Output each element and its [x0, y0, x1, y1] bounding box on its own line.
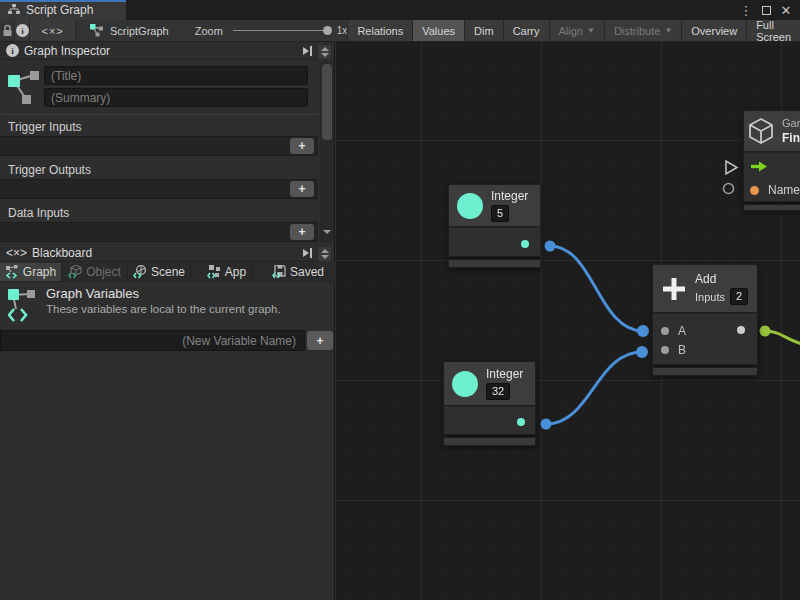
tab-app[interactable]: App	[201, 263, 253, 281]
window-tab-bar: Script Graph ⋮ ✕	[0, 0, 800, 20]
wire-knob[interactable]	[545, 241, 556, 252]
values-button[interactable]: Values	[412, 20, 464, 41]
wire-knob[interactable]	[636, 346, 648, 358]
input-port-name[interactable]	[750, 186, 759, 195]
script-graph-tab-icon	[8, 4, 20, 16]
wire-knob[interactable]	[637, 325, 649, 337]
add-data-input-button[interactable]: +	[290, 224, 314, 240]
graph-breadcrumb[interactable]: ScriptGraph	[90, 20, 169, 41]
tab-object[interactable]: Object	[62, 263, 128, 281]
inspector-scroll-buttons[interactable]	[317, 44, 332, 60]
tab-graph[interactable]: Graph	[0, 263, 62, 281]
graph-title-input[interactable]: (Title)	[44, 66, 308, 85]
graph-inspector-header: i Graph Inspector	[0, 42, 318, 60]
scroll-down-icon[interactable]	[321, 53, 329, 57]
graph-canvas[interactable]: Integer 5 Integer 32	[336, 42, 800, 600]
lock-button[interactable]	[0, 20, 15, 41]
output-port[interactable]	[517, 418, 525, 426]
inputs-count-field[interactable]: 2	[730, 288, 748, 305]
tab-script-graph[interactable]: Script Graph	[0, 0, 126, 20]
fullscreen-button[interactable]: Full Screen	[746, 20, 800, 41]
chevron-down-icon: ▼	[587, 27, 595, 35]
input-port-a[interactable]	[661, 327, 669, 335]
node-body[interactable]: Name	[743, 152, 800, 202]
node-header[interactable]: GameObject Find	[743, 110, 800, 152]
zoom-slider-handle[interactable]	[323, 26, 332, 35]
carry-button[interactable]: Carry	[503, 20, 549, 41]
scroll-down-icon[interactable]	[321, 255, 329, 259]
window-more-icon[interactable]: ⋮	[736, 1, 756, 19]
wire-int32-to-add-b[interactable]	[546, 352, 642, 424]
script-graph-asset-icon	[90, 24, 104, 37]
tab-saved[interactable]: Saved	[263, 263, 333, 281]
node-add[interactable]: Add Inputs 2 A B	[652, 264, 758, 376]
node-gameobject-find[interactable]: GameObject Find Name	[743, 110, 800, 211]
distribute-button[interactable]: Distribute▼	[604, 20, 681, 41]
node-footer	[743, 204, 800, 211]
trigger-inputs-label: Trigger Inputs	[8, 120, 82, 134]
overview-button[interactable]: Overview	[681, 20, 746, 41]
dim-button[interactable]: Dim	[464, 20, 503, 41]
info-icon: i	[16, 24, 29, 37]
zoom-label: Zoom	[195, 25, 223, 37]
graph-tab-icon	[5, 265, 19, 279]
align-button[interactable]: Align▼	[549, 20, 604, 41]
tab-scene[interactable]: Scene	[128, 263, 191, 281]
node-body[interactable]	[448, 227, 541, 257]
window-controls: ⋮ ✕	[736, 0, 800, 20]
dock-icon[interactable]	[303, 46, 312, 56]
scroll-down-icon[interactable]	[323, 230, 331, 234]
node-title: Find	[782, 131, 800, 145]
graph-summary-input[interactable]: (Summary)	[44, 88, 308, 107]
node-integer-5[interactable]: Integer 5	[448, 184, 541, 268]
value-port-outline-icon[interactable]	[724, 184, 734, 194]
graph-icon	[8, 67, 40, 107]
dock-icon[interactable]	[303, 248, 312, 258]
node-header[interactable]: Integer 5	[448, 184, 541, 227]
add-trigger-output-button[interactable]: +	[290, 181, 314, 197]
node-header[interactable]: Add Inputs 2	[652, 264, 758, 313]
inspector-scrollbar-thumb[interactable]	[322, 64, 332, 140]
new-variable-input[interactable]: (New Variable Name)	[0, 330, 305, 351]
object-tab-icon	[68, 265, 82, 279]
scroll-up-icon[interactable]	[321, 249, 329, 253]
info-icon: i	[6, 44, 19, 57]
trigger-outputs-list	[0, 179, 318, 199]
node-header[interactable]: Integer 32	[443, 361, 536, 406]
node-body[interactable]	[443, 406, 536, 435]
output-port[interactable]	[521, 240, 529, 248]
wire-int5-to-add-a[interactable]	[550, 246, 643, 331]
output-port[interactable]	[737, 326, 745, 334]
node-body[interactable]: A B	[652, 313, 758, 365]
add-variable-button[interactable]: +	[307, 331, 333, 350]
wire-add-output[interactable]	[765, 331, 800, 345]
node-integer-32[interactable]: Integer 32	[443, 361, 536, 446]
graph-toolbar: i <×> ScriptGraph Zoom 1x Relations Valu…	[0, 20, 800, 42]
zoom-value: 1x	[337, 25, 348, 36]
wire-knob[interactable]	[760, 326, 771, 337]
node-footer	[652, 367, 758, 376]
saved-tab-icon	[272, 265, 286, 279]
add-trigger-input-button[interactable]: +	[290, 138, 314, 154]
sidebar: i Graph Inspector (Title) (Summary) Trig…	[0, 42, 335, 600]
window-maximize-icon[interactable]	[756, 1, 776, 19]
window-close-icon[interactable]: ✕	[776, 1, 796, 19]
scroll-up-icon[interactable]	[321, 47, 329, 51]
node-title: Add	[695, 272, 748, 286]
control-port-outline-icon[interactable]	[726, 161, 737, 174]
integer-value-field[interactable]: 5	[491, 205, 509, 222]
input-port-b[interactable]	[661, 346, 669, 354]
blackboard-scroll-buttons[interactable]	[317, 246, 332, 262]
wire-knob[interactable]	[541, 419, 552, 430]
graph-inspector-title: Graph Inspector	[24, 44, 110, 58]
lock-icon	[2, 24, 13, 37]
integer-value-field[interactable]: 32	[486, 383, 510, 400]
graph-variables-description: These variables are local to the current…	[46, 303, 281, 315]
control-port-row	[744, 153, 800, 179]
code-view-button[interactable]: <×>	[30, 20, 76, 41]
zoom-slider[interactable]	[233, 30, 329, 31]
relations-button[interactable]: Relations	[347, 20, 412, 41]
control-flow-arrow-icon[interactable]	[750, 161, 768, 172]
port-label: B	[678, 343, 686, 357]
graph-info-button[interactable]: i	[15, 20, 30, 41]
